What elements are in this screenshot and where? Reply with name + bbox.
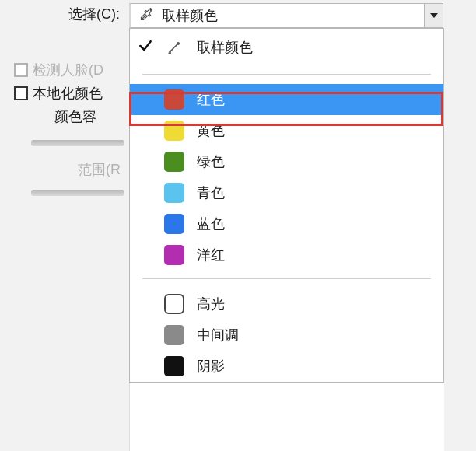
dropdown-item-red[interactable]: 红色 xyxy=(130,84,443,115)
checkmark-icon xyxy=(138,38,153,58)
dropdown-item-shadows[interactable]: 阴影 xyxy=(130,351,443,382)
select-combobox[interactable]: 取样颜色 xyxy=(129,3,443,28)
dropdown-item-label: 蓝色 xyxy=(197,215,225,233)
color-tolerance-slider[interactable] xyxy=(31,140,124,146)
dropdown-separator xyxy=(142,278,431,279)
swatch-red xyxy=(164,89,184,110)
dropdown-item-yellow[interactable]: 黄色 xyxy=(130,115,443,146)
dropdown-item-label: 高光 xyxy=(197,295,225,313)
dropdown-item-label: 青色 xyxy=(197,184,225,202)
dropdown-item-label: 阴影 xyxy=(197,357,225,376)
dropdown-item-label: 洋红 xyxy=(197,246,225,264)
dropdown-item-label: 绿色 xyxy=(197,152,225,171)
localize-color-checkbox[interactable] xyxy=(14,86,28,100)
swatch-yellow xyxy=(164,121,184,141)
select-label: 选择(C): xyxy=(0,5,124,23)
select-dropdown: 取样颜色 红色 黄色 绿色 青色 蓝色 洋红 高光 xyxy=(129,28,444,383)
swatch-magenta xyxy=(164,245,184,265)
swatch-highlights xyxy=(164,294,184,314)
detect-faces-checkbox[interactable] xyxy=(14,63,28,77)
detect-faces-label: 检测人脸(D xyxy=(33,61,103,79)
dropdown-item-sample-color[interactable]: 取样颜色 xyxy=(130,29,443,66)
eyedropper-icon xyxy=(140,7,154,25)
swatch-shadows xyxy=(164,356,184,376)
select-current-value: 取样颜色 xyxy=(162,6,218,25)
swatch-cyan xyxy=(164,183,184,203)
dropdown-item-label: 取样颜色 xyxy=(197,38,253,57)
dropdown-item-highlights[interactable]: 高光 xyxy=(130,288,443,320)
select-arrow-button[interactable] xyxy=(424,4,443,27)
localize-color-label: 本地化颜色 xyxy=(33,84,103,103)
color-range-panel: 选择(C): 取样颜色 检测人脸(D 本地化颜色 颜色容 范围(R xyxy=(0,0,476,210)
swatch-midtones xyxy=(164,325,184,345)
dropdown-item-label: 红色 xyxy=(197,90,225,109)
dropdown-item-green[interactable]: 绿色 xyxy=(130,146,443,177)
svg-point-0 xyxy=(150,9,152,11)
swatch-green xyxy=(164,152,184,172)
dropdown-item-magenta[interactable]: 洋红 xyxy=(130,239,443,271)
svg-point-1 xyxy=(177,42,180,45)
dropdown-item-blue[interactable]: 蓝色 xyxy=(130,208,443,239)
range-slider[interactable] xyxy=(31,190,124,196)
dropdown-item-cyan[interactable]: 青色 xyxy=(130,177,443,208)
swatch-blue xyxy=(164,214,184,234)
dropdown-item-label: 黄色 xyxy=(197,121,225,140)
dropdown-item-label: 中间调 xyxy=(197,326,239,344)
eyedropper-icon xyxy=(164,37,184,58)
dropdown-separator xyxy=(142,74,431,75)
dropdown-item-midtones[interactable]: 中间调 xyxy=(130,320,443,351)
chevron-down-icon xyxy=(429,8,439,24)
